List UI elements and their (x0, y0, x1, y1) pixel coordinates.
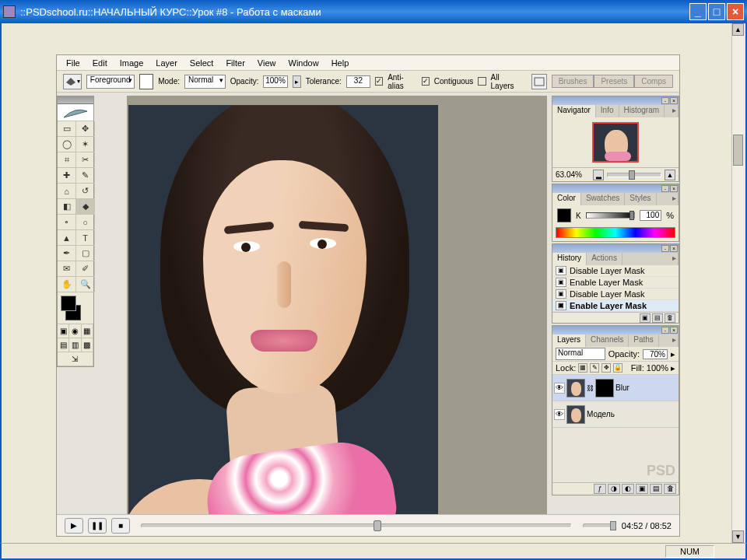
mode-select[interactable]: Normal (184, 75, 226, 89)
panel-menu-icon[interactable]: ▸ (668, 253, 679, 265)
volume-slider[interactable] (583, 523, 617, 528)
color-current-swatch[interactable] (557, 208, 571, 222)
antialias-checkbox[interactable]: ✓ (375, 77, 383, 86)
layer-row[interactable]: 👁 ⛓ Blur (552, 375, 679, 401)
shape-tool-icon[interactable]: ▢ (76, 246, 95, 261)
contiguous-checkbox[interactable]: ✓ (422, 77, 430, 86)
history-item[interactable]: ▣Enable Layer Mask (552, 277, 679, 289)
screen-mode3-icon[interactable]: ▥ (69, 338, 81, 352)
play-button[interactable]: ▶ (65, 518, 83, 534)
eraser-tool-icon[interactable]: ◧ (58, 199, 76, 215)
eyedropper-tool-icon[interactable]: ✐ (76, 261, 95, 277)
menu-help[interactable]: Help (327, 57, 354, 69)
quickmask-mode-icon[interactable]: ◉ (69, 324, 81, 338)
lasso-tool-icon[interactable]: ◯ (58, 137, 76, 152)
pattern-swatch[interactable] (139, 74, 153, 89)
foreground-color-swatch[interactable] (61, 296, 76, 311)
color-spectrum[interactable] (556, 227, 675, 238)
menu-image[interactable]: Image (115, 57, 149, 69)
fill-stepper-icon[interactable]: ▸ (671, 363, 675, 373)
tab-histogram[interactable]: Histogram (619, 105, 665, 117)
tolerance-input[interactable]: 32 (346, 75, 370, 88)
jump-to-icon[interactable]: ⇲ (58, 352, 93, 366)
color-value-input[interactable]: 100 (640, 210, 661, 221)
menu-layer[interactable]: Layer (151, 57, 182, 69)
move-tool-icon[interactable]: ✥ (76, 121, 95, 137)
visibility-eye-icon[interactable]: 👁 (554, 409, 565, 420)
layer-thumbnail[interactable] (566, 405, 585, 424)
history-item[interactable]: ▣Disable Layer Mask (552, 289, 679, 300)
marquee-tool-icon[interactable]: ▭ (58, 121, 76, 137)
fill-source-select[interactable]: Foreground (86, 75, 135, 89)
alllayers-checkbox[interactable] (478, 77, 486, 86)
menu-filter[interactable]: Filter (221, 57, 249, 69)
menu-window[interactable]: Window (284, 57, 324, 69)
path-select-tool-icon[interactable]: ▲ (58, 230, 76, 246)
maximize-button[interactable]: □ (708, 3, 725, 20)
crop-tool-icon[interactable]: ⌗ (58, 152, 76, 168)
visibility-eye-icon[interactable]: 👁 (554, 383, 565, 394)
tab-info[interactable]: Info (596, 105, 619, 117)
layer-name[interactable]: Blur (615, 383, 630, 392)
heal-tool-icon[interactable]: ✚ (58, 168, 76, 184)
hand-tool-icon[interactable]: ✋ (58, 277, 76, 292)
panel-minimize-button[interactable]: - (661, 327, 669, 334)
lock-transparent-icon[interactable]: ▦ (578, 363, 587, 373)
pause-button[interactable]: ❚❚ (88, 518, 107, 534)
scroll-up-button[interactable]: ▲ (732, 23, 744, 36)
brush-tool-icon[interactable]: ✎ (76, 168, 95, 184)
zoom-slider[interactable] (607, 173, 661, 177)
notes-tool-icon[interactable]: ✉ (58, 261, 76, 277)
type-tool-icon[interactable]: T (76, 230, 95, 246)
tab-actions[interactable]: Actions (587, 253, 622, 265)
wand-tool-icon[interactable]: ✶ (76, 137, 95, 152)
bucket-tool-icon[interactable]: ◆ (76, 199, 95, 215)
panel-menu-icon[interactable]: ▸ (668, 193, 679, 205)
panel-minimize-button[interactable]: - (661, 245, 669, 252)
palette-well-icon[interactable] (531, 74, 547, 89)
toolbox-handle[interactable] (58, 96, 93, 104)
zoom-value[interactable]: 63.04% (556, 170, 590, 179)
opacity-input[interactable]: 100% (263, 75, 287, 88)
history-brush-tool-icon[interactable]: ↺ (76, 184, 95, 199)
lock-move-icon[interactable]: ✥ (601, 363, 611, 373)
panel-close-button[interactable]: × (670, 245, 678, 252)
stamp-tool-icon[interactable]: ⌂ (58, 184, 76, 199)
lock-all-icon[interactable]: 🔒 (613, 363, 622, 373)
screen-mode4-icon[interactable]: ▩ (82, 338, 93, 352)
stop-button[interactable]: ■ (111, 518, 130, 534)
mask-icon[interactable]: ◑ (608, 484, 620, 494)
panel-menu-icon[interactable]: ▸ (668, 105, 679, 117)
menu-file[interactable]: File (61, 57, 85, 69)
progress-handle[interactable] (374, 520, 381, 531)
folder-icon[interactable]: ▣ (636, 484, 648, 494)
tab-paths[interactable]: Paths (629, 334, 659, 347)
document-canvas[interactable] (128, 105, 438, 522)
adjustment-icon[interactable]: ◐ (622, 484, 634, 494)
lock-paint-icon[interactable]: ✎ (590, 363, 599, 373)
panel-close-button[interactable]: × (670, 327, 678, 334)
blend-mode-select[interactable]: Normal (556, 348, 605, 360)
panel-minimize-button[interactable]: - (661, 185, 669, 192)
layer-row[interactable]: 👁 Модель (552, 401, 679, 428)
layer-name[interactable]: Модель (587, 410, 615, 418)
comps-palette-tab[interactable]: Comps (634, 75, 673, 88)
progress-slider[interactable] (141, 523, 572, 528)
menu-select[interactable]: Select (185, 57, 219, 69)
tab-color[interactable]: Color (552, 193, 581, 205)
layer-thumbnail[interactable] (566, 379, 585, 397)
layer-opacity-input[interactable]: 70% (643, 349, 668, 359)
tool-indicator-bucket-icon[interactable]: ▾ (63, 74, 82, 89)
tab-history[interactable]: History (552, 253, 587, 265)
slice-tool-icon[interactable]: ✂ (76, 152, 95, 168)
history-new-doc-icon[interactable]: ▤ (652, 313, 663, 323)
scroll-down-button[interactable]: ▼ (732, 530, 744, 543)
color-slider-k[interactable] (586, 212, 636, 219)
zoom-out-icon[interactable]: ▂ (593, 170, 604, 180)
brushes-palette-tab[interactable]: Brushes (552, 75, 594, 88)
navigator-thumbnail[interactable] (592, 122, 639, 163)
tab-layers[interactable]: Layers (552, 334, 586, 347)
fill-input[interactable]: 100% (647, 363, 668, 373)
outer-scrollbar-vertical[interactable]: ▲ ▼ (731, 23, 744, 543)
panel-close-button[interactable]: × (670, 185, 678, 192)
